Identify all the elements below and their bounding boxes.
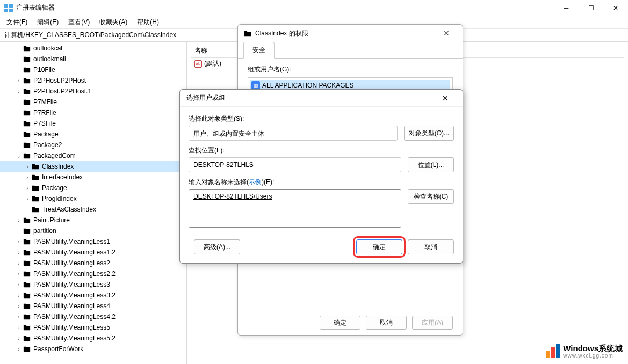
tree-item[interactable]: TreatAsClassIndex — [0, 204, 186, 215]
folder-icon — [31, 195, 40, 202]
package-icon: ▦ — [251, 81, 260, 90]
expand-icon[interactable]: › — [15, 78, 23, 84]
expand-icon[interactable]: › — [15, 239, 23, 245]
folder-icon — [23, 55, 31, 63]
menu-file[interactable]: 文件(F) — [2, 17, 32, 28]
tree-item-label: outlookmail — [33, 55, 66, 63]
tree-item[interactable]: Package — [0, 129, 186, 140]
tree-item-label: PASMUtility.MeaningLess5.2 — [33, 334, 116, 342]
permissions-apply-button[interactable]: 应用(A) — [412, 316, 453, 330]
locations-button[interactable]: 位置(L)... — [408, 157, 454, 172]
cancel-button[interactable]: 取消 — [408, 239, 454, 254]
watermark-title: Windows系统城 — [563, 344, 623, 353]
folder-icon — [23, 238, 31, 245]
tree-item[interactable]: ›PASMUtility.MeaningLess3.2 — [0, 290, 186, 301]
tree-item[interactable]: outlookcal — [0, 43, 186, 54]
folder-icon — [23, 130, 31, 138]
expand-icon[interactable]: › — [24, 164, 31, 170]
close-button[interactable]: ✕ — [603, 0, 628, 16]
tree-item[interactable]: ›PASMUtility.MeaningLess4 — [0, 301, 186, 311]
expand-icon[interactable]: › — [15, 314, 23, 320]
folder-icon — [23, 98, 31, 106]
permissions-ok-button[interactable]: 确定 — [320, 316, 360, 330]
tree-item[interactable]: ›PASMUtility.MeaningLess3 — [0, 279, 186, 290]
tree-item[interactable]: P10File — [0, 64, 186, 75]
expand-icon[interactable]: › — [24, 185, 31, 191]
tree-item[interactable]: P7RFile — [0, 107, 186, 118]
tree-item[interactable]: ›PASMUtility.MeaningLess5 — [0, 322, 186, 333]
example-link[interactable]: 示例 — [249, 178, 262, 186]
expand-icon[interactable]: › — [15, 303, 23, 309]
tree-item-label: P7SFile — [33, 120, 56, 127]
permissions-cancel-button[interactable]: 取消 — [366, 316, 407, 330]
tree-item-label: P2PHost.P2PHost — [33, 77, 86, 84]
watermark: Windows系统城 www.wxcLgg.com — [546, 344, 623, 359]
object-types-button[interactable]: 对象类型(O)... — [404, 126, 454, 141]
folder-icon — [23, 152, 31, 159]
tree-item[interactable]: outlookmail — [0, 54, 186, 64]
expand-icon[interactable]: › — [15, 260, 23, 266]
tree-item[interactable]: Package2 — [0, 140, 186, 150]
column-name[interactable]: 名称 — [191, 44, 211, 57]
tree-item[interactable]: ›PassportForWork — [0, 344, 186, 354]
tree-item-label: PASMUtility.MeaningLess2.2 — [33, 270, 116, 278]
expand-icon[interactable]: › — [15, 282, 23, 288]
tree-item[interactable]: ›P2PHost.P2PHost — [0, 75, 186, 86]
tree-item[interactable]: ›Package — [0, 183, 186, 193]
tree-item[interactable]: ›PASMUtility.MeaningLess2.2 — [0, 268, 186, 279]
registry-tree[interactable]: outlookcaloutlookmailP10File›P2PHost.P2P… — [0, 42, 187, 364]
tree-item[interactable]: partition — [0, 225, 186, 236]
expand-icon[interactable]: › — [24, 196, 31, 202]
tree-item[interactable]: P7SFile — [0, 118, 186, 129]
tree-item-label: PASMUtility.MeaningLess3.2 — [33, 292, 116, 299]
tree-item-label: PASMUtility.MeaningLess1 — [33, 238, 110, 245]
expand-icon[interactable]: › — [15, 250, 23, 256]
tree-item[interactable]: P7MFile — [0, 97, 186, 107]
expand-icon[interactable]: › — [15, 325, 23, 331]
expand-icon[interactable]: › — [24, 174, 31, 180]
tree-item[interactable]: ›PASMUtility.MeaningLess1.2 — [0, 247, 186, 258]
tab-security[interactable]: 安全 — [243, 42, 275, 59]
select-dialog-close-button[interactable]: ✕ — [435, 94, 456, 103]
expand-icon[interactable]: › — [15, 217, 23, 223]
tree-item-label: partition — [33, 227, 56, 235]
object-names-input[interactable]: DESKTOP-82TLHLS\Users — [189, 189, 401, 228]
menu-favorites[interactable]: 收藏夹(A) — [95, 17, 132, 28]
object-type-label: 选择此对象类型(S): — [189, 114, 454, 123]
tree-item[interactable]: ⌄PackagedCom — [0, 150, 186, 161]
tree-item-label: Package — [33, 130, 59, 138]
permissions-close-button[interactable]: ✕ — [436, 29, 457, 38]
check-names-button[interactable]: 检查名称(C) — [408, 189, 454, 204]
maximize-button[interactable]: ☐ — [579, 0, 603, 16]
tree-item[interactable]: ›ClassIndex — [0, 161, 186, 172]
ok-button[interactable]: 确定 — [356, 239, 402, 254]
expand-icon[interactable]: › — [15, 89, 23, 94]
expand-icon[interactable]: › — [15, 336, 23, 341]
window-title: 注册表编辑器 — [16, 3, 554, 12]
location-label: 查找位置(F): — [189, 146, 454, 155]
folder-icon — [23, 227, 31, 235]
expand-icon[interactable]: › — [15, 346, 23, 352]
select-dialog-title: 选择用户或组 — [186, 93, 225, 103]
tree-item[interactable]: ›Paint.Picture — [0, 215, 186, 225]
expand-icon[interactable]: › — [15, 293, 23, 299]
tree-item[interactable]: ›P2PHost.P2PHost.1 — [0, 86, 186, 97]
minimize-button[interactable]: ─ — [554, 0, 579, 16]
folder-icon — [23, 334, 31, 342]
collapse-icon[interactable]: ⌄ — [15, 153, 23, 159]
tree-item-label: Package — [42, 184, 67, 192]
tree-item[interactable]: ›ProgIdIndex — [0, 193, 186, 204]
expand-icon[interactable]: › — [15, 271, 23, 277]
tree-item-label: TreatAsClassIndex — [42, 206, 96, 213]
advanced-button[interactable]: 高级(A)... — [194, 239, 240, 254]
group-item-label: ALL APPLICATION PACKAGES — [262, 82, 354, 89]
menu-edit[interactable]: 编辑(E) — [33, 17, 63, 28]
tree-item[interactable]: ›PASMUtility.MeaningLess5.2 — [0, 333, 186, 344]
tree-item[interactable]: ›PASMUtility.MeaningLess4.2 — [0, 311, 186, 322]
menu-help[interactable]: 帮助(H) — [133, 17, 163, 28]
tree-item[interactable]: ›PASMUtility.MeaningLess1 — [0, 236, 186, 247]
string-value-icon: ab — [194, 60, 202, 68]
menu-view[interactable]: 查看(V) — [64, 17, 94, 28]
tree-item[interactable]: ›PASMUtility.MeaningLess2 — [0, 258, 186, 268]
tree-item[interactable]: ›InterfaceIndex — [0, 172, 186, 183]
